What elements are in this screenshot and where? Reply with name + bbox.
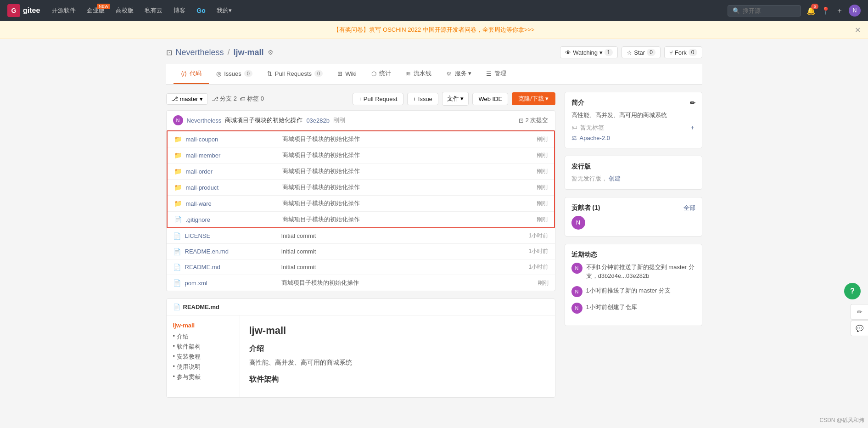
release-content: 暂无发行版， 创建 [571,175,695,183]
float-edit-btn[interactable]: ✏ [851,304,868,320]
file-link[interactable]: mall-coupon [186,136,218,143]
contributors-all-link[interactable]: 全部 [683,204,695,212]
main-content: ⊡ Nevertheless / ljw-mall ⚙ 👁 Watching ▾… [159,39,710,405]
activity-text: 1小时前推送了新的 master 分支 [586,286,671,295]
tab-services[interactable]: ⛭ 服务 ▾ [439,64,479,84]
nav-blog[interactable]: 博客 [169,5,190,17]
file-link[interactable]: mall-product [186,184,219,191]
file-doc-icon: 📄 [173,264,180,271]
tab-code[interactable]: ⟨/⟩ 代码 [174,64,209,84]
readme-title: README.md [183,304,219,310]
file-link[interactable]: README.md [185,264,220,270]
file-row: 📄 .gitignore 商城项目子模块的初始化操作 刚刚 [168,212,554,227]
notification-badge: 5 [811,4,818,9]
notification-btn[interactable]: 🔔 5 [806,6,816,15]
branch-select-btn[interactable]: ⎇ master ▾ [166,93,208,105]
license-icon: ⚖ [571,135,577,141]
tab-pull-requests[interactable]: ⇅ Pull Requests 0 [260,64,330,84]
file-name-cell: mall-ware [186,200,278,207]
user-avatar-nav[interactable]: N [849,5,861,17]
file-time-cell: 刚刚 [511,216,548,224]
fork-small-icon: ⎇ [212,96,218,102]
edit-intro-icon[interactable]: ✏ [690,99,695,107]
readme-header: 📄 README.md [167,299,555,315]
repo-name-link[interactable]: ljw-mall [234,48,264,57]
code-icon: ⟨/⟩ [181,70,187,77]
readme-main: ljw-mall 介绍 高性能、高并发、高可用的商城系统 软件架构 [240,315,555,397]
file-link[interactable]: mall-order [186,168,213,175]
banner-text: 【有奖问卷】填写 OSCHIN 2022 中国开源开发者问卷，全套周边等你拿>>… [333,26,534,33]
banner-close-btn[interactable]: ✕ [855,26,861,34]
nav-mine[interactable]: 我的▾ [212,5,236,17]
sidebar-intro-card: 简介 ✏ 高性能、高并发、高可用的商城系统 🏷 暂无标签 ＋ ⚖ Apache-… [565,92,702,148]
file-desc-cell: 商城项目子模块的初始化操作 [282,215,506,224]
release-create-link[interactable]: 创建 [609,175,621,182]
tab-stats[interactable]: ⬡ 统计 [364,64,398,84]
repo-settings-icon[interactable]: ⚙ [268,49,274,56]
toc-item-contribute[interactable]: • 参与贡献 [173,373,233,381]
search-input[interactable] [743,7,796,14]
tab-pipeline[interactable]: ≋ 流水线 [398,64,439,84]
nav-links: 开源软件 企业版 NEW 高校版 私有云 博客 Go 我的▾ [47,5,720,17]
float-chat-btn[interactable]: 💬 [851,321,868,336]
tab-wiki[interactable]: ⊞ Wiki [330,64,364,84]
file-desc-cell: Initial commit [281,264,507,270]
nav-opensource[interactable]: 开源软件 [47,5,80,17]
toc-item-arch[interactable]: • 软件架构 [173,343,233,351]
file-desc-cell: Initial commit [281,248,507,255]
clone-btn[interactable]: 克隆/下载 ▾ [512,92,555,105]
file-btn[interactable]: 文件 ▾ [442,92,469,106]
repo-type-icon: ⊡ [166,48,172,57]
nav-enterprise[interactable]: 企业版 NEW [82,5,109,17]
contributor-avatar[interactable]: N [571,216,585,230]
branch-chevron-icon: ▾ [200,96,203,102]
sidebar-release-card: 发行版 暂无发行版， 创建 [565,156,702,190]
file-link[interactable]: LICENSE [185,232,211,239]
file-link[interactable]: mall-member [186,152,221,159]
star-icon: ☆ [627,49,632,56]
folder-icon: 📁 [174,200,181,207]
file-link[interactable]: .gitignore [186,216,210,223]
file-time-cell: 1小时前 [512,263,549,271]
add-tag-btn[interactable]: ＋ [689,124,695,132]
tab-manage[interactable]: ☰ 管理 [479,64,514,84]
folder-icon: 📁 [174,135,181,143]
nav-private[interactable]: 私有云 [140,5,167,17]
help-float-btn[interactable]: ? [844,283,861,299]
pull-request-btn[interactable]: + Pull Request [353,93,403,105]
logo[interactable]: G gitee [7,4,40,17]
tag-icon: 🏷 [240,96,246,102]
issue-btn[interactable]: + Issue [407,93,438,105]
tags-section: 🏷 暂无标签 ＋ [571,124,695,132]
search-box[interactable]: 🔍 [728,5,801,17]
file-link[interactable]: mall-ware [186,200,212,207]
toc-project-title[interactable]: ljw-mall [173,322,233,329]
toc-item-install[interactable]: • 安装教程 [173,353,233,361]
file-name-cell: mall-order [186,168,278,175]
watch-btn[interactable]: 👁 Watching ▾ 1 [560,46,618,58]
file-doc-icon: 📄 [174,216,181,223]
nav-go[interactable]: Go [192,5,210,16]
add-btn[interactable]: ＋ [836,6,843,16]
file-link[interactable]: README.en.md [185,248,229,255]
nav-education[interactable]: 高校版 [111,5,138,17]
file-row: 📄 pom.xml 商城项目子模块的初始化操作 刚刚 [167,275,555,291]
location-icon[interactable]: 📍 [821,6,830,15]
repo-actions: 👁 Watching ▾ 1 ☆ Star 0 ⑂ Fork 0 [560,46,702,58]
commit-hash[interactable]: 03e282b [306,117,330,124]
webide-btn[interactable]: Web IDE [472,93,508,105]
file-row: 📁 mall-order 商城项目子模块的初始化操作 刚刚 [168,163,554,180]
star-btn[interactable]: ☆ Star 0 [622,46,661,58]
fork-btn[interactable]: ⑂ Fork 0 [664,46,702,58]
readme-toc: ljw-mall • 介绍 • 软件架构 • 安装教程 • 使用说明 • 参与贡… [167,315,240,397]
file-link[interactable]: pom.xml [185,280,207,287]
file-time-cell: 刚刚 [511,200,548,208]
commit-author[interactable]: Nevertheless [187,117,222,124]
tab-issues[interactable]: ◎ Issues 0 [209,64,260,84]
star-count: 0 [647,49,655,56]
toc-item-intro[interactable]: • 介绍 [173,332,233,341]
repo-owner-link[interactable]: Nevertheless [176,48,224,57]
license-text[interactable]: Apache-2.0 [580,135,610,141]
toc-item-usage[interactable]: • 使用说明 [173,363,233,371]
commit-count[interactable]: ⊡ 2 次提交 [519,116,549,124]
